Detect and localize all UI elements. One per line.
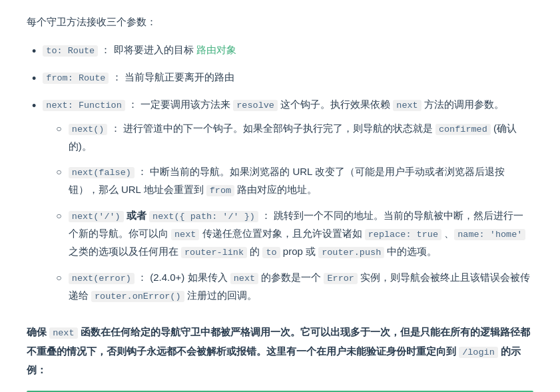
next-path-text-end2: 的	[247, 246, 262, 257]
next-text-middle: 这个钩子。执行效果依赖	[278, 98, 393, 110]
from-text: 当前导航正要离开的路由	[125, 71, 234, 83]
sub-item-next-plain: ○ next() ： 进行管道中的下一个钩子。如果全部钩子执行完了，则导航的状态…	[43, 120, 533, 154]
summary-block: 确保 next 函数在任何给定的导航守卫中都被严格调用一次。它可以出现多于一次，…	[27, 323, 533, 379]
next-param-code: next: Function	[43, 100, 125, 111]
to-separator: ：	[101, 44, 111, 55]
sub-item-next-path: ○ next('/') 或者 next({ path: '/' }) ： 跳转到…	[43, 207, 533, 261]
bullet-dot-from: •	[32, 70, 36, 88]
next-path-or: 或者	[124, 210, 149, 221]
list-item-next: • next: Function ： 一定要调用该方法来 resolve 这个钩…	[27, 96, 533, 313]
next-path-code8: router.push	[318, 247, 384, 258]
sub-dot-3: ○	[56, 208, 61, 224]
next-plain-confirmed: confirmed	[435, 124, 491, 135]
summary-text2: 函数在任何给定的导航守卫中都被严格调用一次。它可以出现多于一次，但是只能在所有的…	[27, 326, 530, 356]
summary-code2: /login	[459, 347, 498, 358]
next-error-code: next(error)	[69, 273, 135, 284]
list-item-from: • from: Route ： 当前导航正要离开的路由	[27, 69, 533, 88]
next-false-code: next(false)	[69, 167, 135, 178]
next-code2: next	[393, 100, 421, 111]
next-text-before: 一定要调用该方法来	[140, 98, 233, 110]
next-error-content: next(error) ： (2.4.0+) 如果传入 next 的参数是一个 …	[69, 269, 533, 305]
next-path-text-end4: 中的选项。	[384, 246, 437, 257]
next-error-code3: Error	[324, 273, 358, 284]
bullet-dot-to: •	[32, 43, 36, 61]
next-error-text-middle: 的参数是一个	[258, 272, 324, 283]
next-false-text-after: 路由对应的地址。	[234, 184, 317, 195]
sub-item-next-error: ○ next(error) ： (2.4.0+) 如果传入 next 的参数是一…	[43, 269, 533, 305]
next-path-code5: name: 'home'	[454, 229, 525, 240]
next-path-code3: next	[171, 229, 199, 240]
next-plain-code: next()	[69, 124, 108, 135]
next-plain-text: 进行管道中的下一个钩子。如果全部钩子执行完了，则导航的状态就是	[123, 122, 435, 134]
next-false-sep: ：	[137, 166, 147, 177]
next-plain-content: next() ： 进行管道中的下一个钩子。如果全部钩子执行完了，则导航的状态就是…	[69, 120, 533, 154]
sub-dot-2: ○	[56, 164, 61, 180]
next-error-sep: ：	[137, 272, 147, 283]
next-resolve-code: resolve	[233, 100, 278, 111]
list-item-to: • to: Route ： 即将要进入的目标 路由对象	[27, 41, 533, 61]
next-error-version: (2.4.0+)	[150, 272, 187, 283]
next-path-text-middle: 传递任意位置对象，且允许设置诸如	[199, 228, 364, 239]
next-false-content: next(false) ： 中断当前的导航。如果浏览器的 URL 改变了（可能是…	[69, 163, 533, 199]
next-content: next: Function ： 一定要调用该方法来 resolve 这个钩子。…	[43, 96, 533, 313]
next-path-sep2: 、	[441, 228, 454, 239]
next-error-text-end: 注册过的回调。	[184, 290, 257, 301]
params-list: • to: Route ： 即将要进入的目标 路由对象 • from: Rout…	[27, 41, 533, 313]
next-path-text-end3: prop 或	[280, 246, 319, 257]
next-error-text-before: 如果传入	[188, 272, 230, 283]
next-path-code2: next({ path: '/' })	[149, 211, 258, 222]
summary-code1: next	[49, 327, 77, 339]
next-sub-list: ○ next() ： 进行管道中的下一个钩子。如果全部钩子执行完了，则导航的状态…	[43, 120, 533, 304]
bullet-dot-next: •	[32, 97, 36, 115]
to-route-link[interactable]: 路由对象	[196, 44, 236, 55]
next-path-code6: router-link	[181, 247, 247, 258]
from-separator: ：	[112, 71, 122, 83]
from-content: from: Route ： 当前导航正要离开的路由	[43, 69, 533, 87]
next-path-text-end: 之类的选项以及任何用在	[69, 246, 181, 257]
to-text-before: 即将要进入的目标	[114, 44, 196, 55]
summary-text1: 确保	[27, 326, 49, 337]
to-content: to: Route ： 即将要进入的目标 路由对象	[43, 41, 533, 59]
from-param-code: from: Route	[43, 73, 109, 84]
to-param-code: to: Route	[43, 45, 98, 57]
next-text-after: 方法的调用参数。	[421, 98, 504, 110]
next-path-code1: next('/')	[69, 211, 124, 222]
next-path-content: next('/') 或者 next({ path: '/' }) ： 跳转到一个…	[69, 207, 533, 261]
next-separator: ：	[128, 98, 138, 110]
sub-dot-1: ○	[56, 121, 61, 137]
next-path-sep: ：	[261, 210, 271, 221]
next-error-code4: router.onError()	[91, 291, 184, 302]
next-error-code2: next	[230, 273, 258, 284]
next-false-from-code: from	[206, 185, 234, 196]
sub-dot-4: ○	[56, 270, 61, 286]
sub-item-next-false: ○ next(false) ： 中断当前的导航。如果浏览器的 URL 改变了（可…	[43, 163, 533, 199]
next-path-code7: to	[262, 247, 280, 258]
intro-text: 每个守卫方法接收三个参数：	[27, 13, 533, 31]
next-plain-sep: ：	[111, 122, 121, 134]
next-path-code4: replace: true	[365, 229, 441, 240]
